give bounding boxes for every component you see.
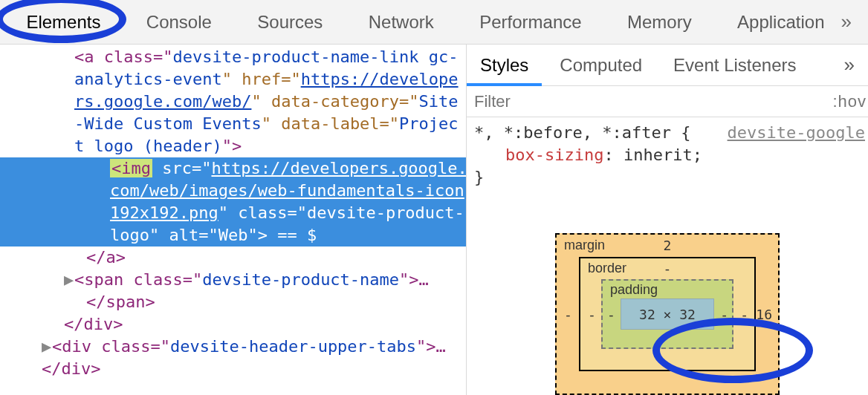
dom-div-close[interactable]: </div> [0,313,466,336]
subtabs-overflow-icon[interactable]: » [844,53,855,76]
dom-div2-open[interactable]: ▶<div class="devsite-header-upper-tabs">… [0,336,466,358]
tab-sources[interactable]: Sources [241,0,339,45]
css-value[interactable]: inherit [624,146,693,164]
css-source-link[interactable]: devsite-google [728,122,865,144]
devtools-top-bar: Elements Console Sources Network Perform… [0,0,868,45]
bm-margin[interactable]: margin 2 16 - border - - - padding - - 3… [555,233,780,395]
bm-padding-label: padding [610,282,658,298]
subtab-event-listeners[interactable]: Event Listeners [660,45,809,86]
dom-span-open[interactable]: ▶<span class="devsite-product-name">… [0,269,466,291]
bm-margin-right[interactable]: 16 [756,307,772,322]
toggle-hov[interactable]: :hov [832,92,868,111]
subtab-styles[interactable]: Styles [467,45,542,86]
styles-pane: Styles Computed Event Listeners » :hov d… [467,45,868,395]
tab-application[interactable]: Application [721,0,841,45]
bm-margin-top[interactable]: 2 [664,238,672,253]
bm-margin-label: margin [564,238,605,253]
bm-border-left[interactable]: - [588,307,596,322]
bm-border-label: border [588,261,626,276]
box-model[interactable]: margin 2 16 - border - - - padding - - 3… [467,189,868,395]
tab-memory[interactable]: Memory [611,0,708,45]
css-prop[interactable]: box-sizing [505,146,603,164]
bm-border-top[interactable]: - [664,261,672,276]
dom-a-close[interactable]: </a> [0,247,466,269]
tab-performance[interactable]: Performance [463,0,597,45]
tabs-overflow-icon[interactable]: » [841,10,852,33]
styles-subtabs: Styles Computed Event Listeners » [467,45,868,86]
bm-border[interactable]: border - - - padding - - 32 × 32 [579,257,756,371]
bm-padding[interactable]: padding - - 32 × 32 [601,279,733,349]
subtab-computed[interactable]: Computed [546,45,655,86]
css-brace-close: } [474,168,484,186]
dom-div2-close[interactable]: </div> [0,358,466,380]
dom-span-close[interactable]: </span> [0,291,466,313]
css-selector: *, *:before, *:after { [474,123,690,142]
tab-network[interactable]: Network [352,0,450,45]
css-rule[interactable]: devsite-google *, *:before, *:after { bo… [467,117,868,189]
styles-filter-input[interactable] [467,86,832,117]
bm-content-dims[interactable]: 32 × 32 [621,298,714,330]
dom-tree[interactable]: <a class="devsite-product-name-link gc-a… [0,45,467,395]
bm-pad-right[interactable]: - [720,307,728,322]
panes: <a class="devsite-product-name-link gc-a… [0,45,868,395]
bm-border-right[interactable]: - [740,307,748,322]
styles-filter-row: :hov [467,86,868,117]
bm-pad-left[interactable]: - [607,307,615,322]
tab-elements[interactable]: Elements [10,0,117,45]
bm-margin-left[interactable]: - [564,307,572,322]
tab-console[interactable]: Console [130,0,228,45]
